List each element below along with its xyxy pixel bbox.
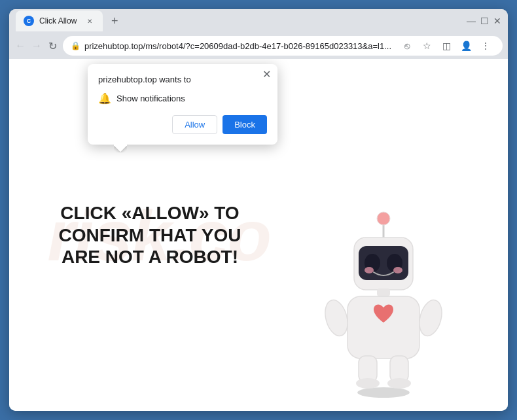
main-heading-container: CLICK «ALLOW» TO CONFIRM THAT YOU ARE NO… [35, 202, 264, 268]
url-text: prizehubtop.top/ms/robot4/?c=20609dad-b2… [84, 41, 391, 51]
extensions-icon[interactable]: ◫ [437, 37, 455, 55]
robot-illustration [312, 201, 455, 398]
window-controls: — ☐ ✕ [467, 17, 501, 25]
close-button[interactable]: ✕ [493, 17, 501, 25]
minimize-button[interactable]: — [467, 17, 475, 25]
popup-close-button[interactable]: ✕ [262, 69, 271, 80]
popup-buttons: Allow Block [98, 115, 267, 134]
tab-title: Click Allow [39, 16, 77, 26]
tab-close-button[interactable]: ✕ [84, 16, 95, 26]
address-actions: ⎋ ☆ ◫ 👤 ⋮ [398, 37, 495, 55]
svg-point-7 [365, 267, 374, 273]
popup-notification-row: 🔔 Show notifications [98, 92, 267, 105]
share-icon[interactable]: ⎋ [398, 37, 416, 55]
bell-icon: 🔔 [98, 92, 111, 105]
active-tab[interactable]: C Click Allow ✕ [16, 10, 103, 31]
menu-icon[interactable]: ⋮ [476, 37, 495, 55]
browser-window: C Click Allow ✕ + — ☐ ✕ ← → ↻ 🔒 prizehub… [9, 9, 508, 411]
refresh-button[interactable]: ↻ [46, 37, 59, 55]
notification-popup: ✕ prizehubtop.top wants to 🔔 Show notifi… [88, 64, 277, 145]
profile-icon[interactable]: 👤 [457, 37, 475, 55]
svg-point-16 [387, 378, 411, 389]
title-bar: C Click Allow ✕ + — ☐ ✕ [9, 9, 508, 33]
tab-favicon: C [24, 16, 34, 26]
new-tab-button[interactable]: + [105, 12, 124, 30]
address-field[interactable]: 🔒 prizehubtop.top/ms/robot4/?c=20609dad-… [63, 36, 503, 56]
popup-notification-text: Show notifications [116, 94, 185, 103]
svg-rect-9 [377, 289, 390, 296]
block-button[interactable]: Block [223, 115, 267, 134]
bookmark-icon[interactable]: ☆ [418, 37, 436, 55]
popup-title: prizehubtop.top wants to [98, 75, 267, 84]
page-content: risk.co CLICK «ALLOW» TO CONFIRM THAT YO… [9, 59, 508, 411]
svg-point-2 [377, 212, 390, 225]
popup-tail [114, 145, 127, 152]
tab-bar: C Click Allow ✕ + [16, 10, 462, 31]
back-button[interactable]: ← [14, 37, 27, 55]
forward-button[interactable]: → [31, 37, 43, 55]
svg-point-15 [356, 378, 380, 389]
main-heading: CLICK «ALLOW» TO CONFIRM THAT YOU ARE NO… [35, 202, 264, 268]
svg-point-0 [357, 387, 410, 398]
maximize-button[interactable]: ☐ [480, 17, 488, 25]
svg-point-12 [416, 298, 445, 338]
svg-rect-10 [348, 296, 419, 359]
lock-icon: 🔒 [71, 41, 80, 50]
allow-button[interactable]: Allow [172, 115, 217, 134]
svg-point-11 [321, 298, 351, 338]
svg-point-8 [393, 267, 402, 273]
address-bar: ← → ↻ 🔒 prizehubtop.top/ms/robot4/?c=206… [9, 33, 508, 59]
